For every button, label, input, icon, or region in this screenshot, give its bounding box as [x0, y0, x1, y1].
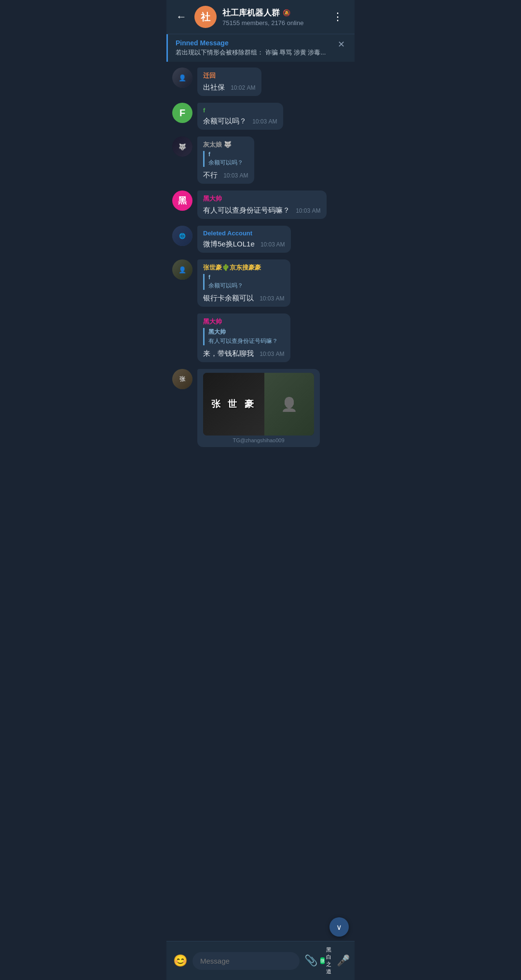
message-bubble: 黑大帅 黑大帅 有人可以查身份证号码嘛？ 来，带钱私聊我 10:03 AM [197, 313, 290, 362]
back-button[interactable]: ← [174, 9, 189, 25]
table-row: F f 余额可以吗？ 10:03 AM [172, 103, 349, 130]
message-time: 10:03 AM [252, 118, 277, 125]
sticker-bubble: 张 世 豪 👤 TG@zhangshihao009 [197, 369, 320, 447]
reply-sender: f [208, 151, 248, 158]
message-bubble: 灰太娘 🐺 f 余额可以吗？ 不行 10:03 AM [197, 136, 254, 184]
sender-name: 黑大帅 [203, 194, 321, 203]
scroll-down-button[interactable]: ∨ [329, 917, 349, 937]
pinned-close-button[interactable]: ✕ [336, 39, 347, 50]
message-text: 来，带钱私聊我 10:03 AM [203, 348, 285, 358]
message-text: 出社保 10:02 AM [203, 82, 256, 92]
message-text: 不行 10:03 AM [203, 170, 248, 180]
sender-name: 迁回 [203, 71, 256, 80]
table-row: 👤 迁回 出社保 10:02 AM [172, 68, 349, 96]
reply-text: 余额可以吗？ [208, 282, 285, 290]
watermark-icon: 微 [320, 957, 325, 964]
message-text: 有人可以查身份证号码嘛？ 10:03 AM [203, 205, 321, 215]
message-time: 10:03 AM [260, 351, 284, 357]
message-bubble: 迁回 出社保 10:02 AM [197, 68, 261, 96]
sender-name: 张世豪🌵京东搜豪豪 [203, 263, 285, 272]
message-input-bar: 😊 📎 微 黑白之道 🎤 [166, 941, 355, 980]
sticker-image: 张 世 豪 👤 [203, 373, 314, 436]
sticker-caption: TG@zhangshihao009 [203, 437, 314, 443]
attach-button[interactable]: 📎 [304, 954, 317, 967]
message-time: 10:03 AM [260, 241, 285, 248]
message-bubble: f 余额可以吗？ 10:03 AM [197, 103, 283, 130]
message-bubble: Deleted Account 微博5e换LOL1e 10:03 AM [197, 226, 291, 253]
avatar: 🐺 [172, 136, 192, 157]
reply-quote: f 余额可以吗？ [203, 151, 248, 167]
avatar: 🌐 [172, 226, 192, 246]
members-count: 75155 members, 2176 online [222, 19, 323, 27]
sender-name: 黑大帅 [203, 317, 285, 326]
message-text: 银行卡余额可以 10:03 AM [203, 293, 285, 303]
message-input[interactable] [192, 952, 300, 970]
message-text: 微博5e换LOL1e 10:03 AM [203, 239, 285, 249]
avatar: 黑 [172, 191, 192, 211]
sender-name: Deleted Account [203, 230, 285, 237]
chat-header: ← 社 社工库机器人群 🔕 75155 members, 2176 online… [166, 0, 355, 34]
avatar: 👤 [172, 259, 192, 280]
group-name: 社工库机器人群 🔕 [222, 7, 323, 18]
avatar: F [172, 103, 192, 123]
reply-quote: f 余额可以吗？ [203, 274, 285, 290]
mute-icon: 🔕 [283, 9, 290, 16]
table-row: 黑大帅 黑大帅 有人可以查身份证号码嘛？ 来，带钱私聊我 10:03 AM [172, 313, 349, 362]
avatar: 👤 [172, 68, 192, 88]
more-button[interactable]: ⋮ [329, 9, 347, 25]
chat-area: 👤 迁回 出社保 10:02 AM F f 余额可以吗？ 10:03 AM 🐺 … [166, 64, 355, 486]
table-row: 张 张 世 豪 👤 TG@zhangshihao009 [172, 369, 349, 447]
watermark-text: 黑白之道 [326, 946, 334, 975]
avatar: 张 [172, 369, 192, 389]
message-text: 余额可以吗？ 10:03 AM [203, 116, 277, 126]
message-time: 10:03 AM [260, 295, 284, 302]
table-row: 👤 张世豪🌵京东搜豪豪 f 余额可以吗？ 银行卡余额可以 10:03 AM [172, 259, 349, 307]
pinned-text: 若出现以下情形会被移除群组： 诈骗 辱骂 涉黄 涉毒... [176, 48, 326, 57]
sticker-text: 张 世 豪 [211, 398, 256, 410]
pinned-content: Pinned Message 若出现以下情形会被移除群组： 诈骗 辱骂 涉黄 涉… [176, 39, 326, 57]
reply-text: 余额可以吗？ [208, 159, 248, 167]
group-avatar: 社 [194, 6, 217, 28]
sender-name: 灰太娘 🐺 [203, 140, 248, 149]
message-time: 10:02 AM [231, 84, 255, 91]
avatar [172, 313, 192, 334]
pinned-title: Pinned Message [176, 39, 326, 47]
reply-quote: 黑大帅 有人可以查身份证号码嘛？ [203, 328, 285, 345]
table-row: 黑 黑大帅 有人可以查身份证号码嘛？ 10:03 AM [172, 191, 349, 219]
emoji-button[interactable]: 😊 [173, 954, 188, 967]
reply-text: 有人可以查身份证号码嘛？ [208, 337, 285, 345]
message-bubble: 张世豪🌵京东搜豪豪 f 余额可以吗？ 银行卡余额可以 10:03 AM [197, 259, 290, 307]
mic-button[interactable]: 🎤 [337, 954, 350, 967]
message-bubble: 黑大帅 有人可以查身份证号码嘛？ 10:03 AM [197, 191, 327, 219]
header-info: 社工库机器人群 🔕 75155 members, 2176 online [222, 7, 323, 27]
message-time: 10:03 AM [223, 172, 248, 179]
pinned-message-bar[interactable]: Pinned Message 若出现以下情形会被移除群组： 诈骗 辱骂 涉黄 涉… [166, 34, 355, 62]
table-row: 🌐 Deleted Account 微博5e换LOL1e 10:03 AM [172, 226, 349, 253]
reply-sender: f [208, 274, 285, 281]
message-time: 10:03 AM [296, 207, 320, 214]
sender-name: f [203, 107, 277, 114]
table-row: 🐺 灰太娘 🐺 f 余额可以吗？ 不行 10:03 AM [172, 136, 349, 184]
reply-sender: 黑大帅 [208, 328, 285, 336]
watermark: 微 黑白之道 [320, 946, 334, 975]
